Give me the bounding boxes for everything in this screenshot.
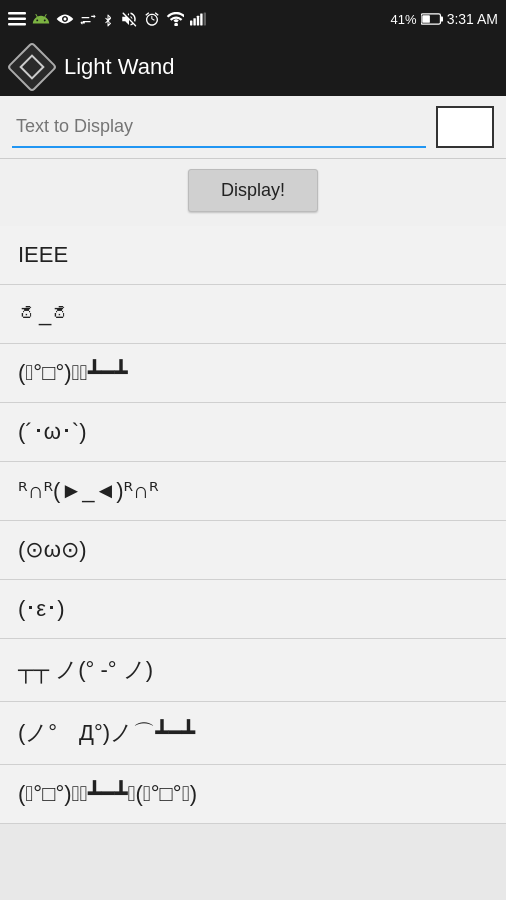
svg-rect-4 [193,18,195,25]
list-item[interactable]: (⊙ω⊙) [0,521,506,580]
app-logo-inner [19,54,44,79]
wifi-icon [166,12,184,26]
status-time: 3:31 AM [447,11,498,27]
battery-icon [421,13,443,25]
list-item[interactable]: ┬┬ ノ(° -° ノ) [0,639,506,702]
display-button[interactable]: Display! [188,169,318,212]
list-item[interactable]: IEEE [0,226,506,285]
list-item[interactable]: (ﾟ°□°)ﾟ⌒┻━┻ [0,344,506,403]
svg-rect-6 [200,13,202,25]
status-right: 41% 3:31 AM [391,11,498,27]
list-section: IEEE ಠ_ಠ (ﾟ°□°)ﾟ⌒┻━┻ (´･ω･`) ᴿ∩ᴿ(►_◄)ᴿ∩ᴿ… [0,226,506,824]
list-item[interactable]: ᴿ∩ᴿ(►_◄)ᴿ∩ᴿ [0,462,506,521]
app-bar: Light Wand [0,38,506,96]
display-button-row: Display! [0,159,506,226]
list-item[interactable]: ಠ_ಠ [0,285,506,344]
list-item-text: ┬┬ ノ(° -° ノ) [18,657,153,682]
svg-rect-9 [422,15,430,23]
list-item-text: (´･ω･`) [18,419,86,444]
mute-icon [120,10,138,28]
svg-rect-2 [8,23,26,26]
list-item-text: (ノ° Д°)ノ⌒┻━┻ [18,720,195,745]
signal-icon [190,12,206,26]
list-item-text: (･ε･) [18,596,64,621]
battery-percent: 41% [391,12,417,27]
list-item[interactable]: (･ε･) [0,580,506,639]
list-item[interactable]: (´･ω･`) [0,403,506,462]
app-logo [7,42,58,93]
status-bar: 41% 3:31 AM [0,0,506,38]
list-item-text: ᴿ∩ᴿ(►_◄)ᴿ∩ᴿ [18,478,159,503]
eye-icon [56,12,74,26]
bluetooth-icon [102,10,114,28]
list-item[interactable]: (ﾟ°□°)ﾟ⌒┻━┻⌒(ﾟ°□°ﾟ) [0,765,506,824]
list-item-text: (ﾟ°□°)ﾟ⌒┻━┻⌒(ﾟ°□°ﾟ) [18,781,197,806]
text-input[interactable] [12,106,426,148]
svg-rect-0 [8,12,26,15]
android-icon [32,10,50,28]
alarm-icon [144,11,160,27]
main-content: Display! IEEE ಠ_ಠ (ﾟ°□°)ﾟ⌒┻━┻ (´･ω･`) ᴿ∩… [0,96,506,824]
list-item-text: IEEE [18,242,68,267]
svg-rect-10 [440,16,443,21]
status-icons-left [8,10,206,28]
input-row [0,96,506,159]
svg-rect-3 [190,21,192,26]
list-item-text: ಠ_ಠ [18,301,72,326]
list-item[interactable]: (ノ° Д°)ノ⌒┻━┻ [0,702,506,765]
svg-rect-5 [197,16,199,26]
color-swatch[interactable] [436,106,494,148]
list-item-text: (ﾟ°□°)ﾟ⌒┻━┻ [18,360,127,385]
sync-icon [80,12,96,26]
svg-rect-1 [8,18,26,21]
list-item-text: (⊙ω⊙) [18,537,87,562]
menu-icon [8,12,26,26]
app-title: Light Wand [64,54,174,80]
svg-rect-7 [204,13,206,26]
